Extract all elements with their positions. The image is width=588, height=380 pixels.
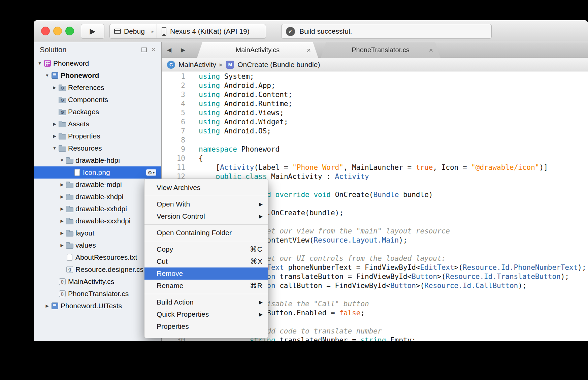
menu-item-view-archives[interactable]: View Archives — [144, 182, 268, 194]
disclosure-right-icon[interactable]: ▶ — [59, 231, 65, 235]
sidebar-item-values[interactable]: ▶values — [34, 239, 161, 251]
disclosure-right-icon[interactable]: ▶ — [59, 182, 65, 187]
code-text: using Android.App; — [191, 81, 275, 90]
sidebar-item-properties[interactable]: ▶Properties — [34, 130, 161, 142]
device-selector[interactable]: Nexus 4 (KitKat) (API 19) — [157, 24, 266, 38]
line-number: 7 — [162, 127, 191, 136]
minimize-window-button[interactable] — [53, 27, 62, 35]
menu-item-label: Copy — [157, 245, 173, 253]
sidebar-item-components[interactable]: Components — [34, 94, 161, 106]
close-tab-icon[interactable]: × — [307, 46, 311, 54]
submenu-arrow-icon: ▶ — [259, 214, 263, 219]
menu-item-open-with[interactable]: Open With▶ — [144, 198, 268, 210]
breadcrumb-method[interactable]: OnCreate (Bundle bundle) — [237, 61, 320, 69]
item-options-gear-button[interactable]: ⚙▾ — [146, 169, 156, 176]
menu-item-quick-properties[interactable]: Quick Properties▶ — [144, 308, 268, 320]
sidebar-item-label: Icon.png — [83, 168, 110, 177]
chevron-down-icon: ▾ — [153, 171, 155, 174]
sidebar-item-label: Phoneword — [61, 71, 99, 80]
menu-item-shortcut: ⌘C — [250, 245, 263, 253]
sidebar-item-icon-png[interactable]: Icon.png⚙▾ — [34, 166, 161, 179]
menu-item-copy[interactable]: Copy⌘C — [144, 243, 268, 255]
menu-item-remove[interactable]: Remove — [144, 267, 268, 280]
sidebar-item-phoneword-uitests[interactable]: ▶Phoneword.UITests — [34, 300, 161, 312]
disclosure-down-icon[interactable]: ▼ — [51, 146, 58, 151]
line-number: 3 — [162, 90, 191, 99]
menu-item-open-containing-folder[interactable]: Open Containing Folder — [144, 227, 268, 239]
sidebar-item-label: Resources — [68, 144, 102, 152]
file-icon — [74, 169, 80, 176]
zoom-window-button[interactable] — [65, 27, 74, 35]
sidebar-item-drawable-xxxhdpi[interactable]: ▶drawable-xxxhdpi — [34, 215, 161, 227]
run-button[interactable]: ▶ — [81, 24, 104, 39]
sidebar-item-references[interactable]: ▶References — [34, 82, 161, 94]
close-pad-icon[interactable]: ✕ — [151, 47, 156, 53]
item-icon — [65, 157, 74, 164]
disclosure-right-icon[interactable]: ▶ — [51, 134, 58, 138]
close-window-button[interactable] — [41, 27, 50, 35]
sidebar-item-phoneword[interactable]: ▼Phoneword — [34, 57, 161, 69]
folder-icon — [59, 134, 66, 139]
sidebar-item-mainactivity-cs[interactable]: MainActivity.cs — [34, 276, 161, 288]
status-text: Build successful. — [299, 27, 352, 35]
sidebar-item-phoneword[interactable]: ▼Phoneword — [34, 69, 161, 82]
disclosure-right-icon[interactable]: ▶ — [59, 207, 65, 211]
menu-item-cut[interactable]: Cut⌘X — [144, 255, 268, 267]
menu-item-version-control[interactable]: Version Control▶ — [144, 210, 268, 222]
code-line: 3using Android.Content; — [162, 90, 588, 99]
item-icon — [58, 278, 67, 285]
run-configuration-selector: Debug ▸ Nexus 4 (KitKat) (API 19) — [109, 24, 266, 39]
disclosure-right-icon[interactable]: ▶ — [51, 85, 58, 90]
code-line: 9namespace Phoneword — [162, 145, 588, 154]
sidebar-item-label: drawable-xxhdpi — [75, 205, 127, 213]
sidebar-item-drawable-xxhdpi[interactable]: ▶drawable-xxhdpi — [34, 203, 161, 215]
disclosure-right-icon[interactable]: ▶ — [44, 304, 51, 308]
code-line: 11 [Activity(Label = "Phone Word", MainL… — [162, 163, 588, 172]
tab-phonetranslator-cs[interactable]: PhoneTranslator.cs × — [321, 42, 440, 58]
sidebar-item-drawable-hdpi[interactable]: ▼drawable-hdpi — [34, 154, 161, 166]
submenu-arrow-icon: ▶ — [259, 299, 263, 305]
main-split: Solution ✕ ▼Phoneword▼Phoneword▶Referenc… — [34, 42, 588, 341]
code-text: namespace Phoneword — [191, 145, 280, 154]
sidebar-item-drawable-mdpi[interactable]: ▶drawable-mdpi — [34, 179, 161, 191]
solution-pad-header: Solution ✕ — [34, 42, 161, 57]
disclosure-right-icon[interactable]: ▶ — [59, 219, 65, 223]
file-icon — [67, 254, 72, 261]
sidebar-item-drawable-xhdpi[interactable]: ▶drawable-xhdpi — [34, 191, 161, 203]
sidebar-item-label: Packages — [68, 108, 99, 116]
disclosure-right-icon[interactable]: ▶ — [59, 243, 65, 248]
menu-item-properties[interactable]: Properties — [144, 320, 268, 332]
tab-label: PhoneTranslator.cs — [352, 46, 410, 54]
sidebar-item-aboutresources-txt[interactable]: AboutResources.txt — [34, 251, 161, 263]
breadcrumb-class[interactable]: MainActivity — [178, 61, 216, 69]
close-tab-icon[interactable]: × — [429, 46, 433, 54]
build-configuration-selector[interactable]: Debug ▸ — [110, 24, 157, 38]
menu-item-rename[interactable]: Rename⌘R — [144, 280, 268, 292]
disclosure-down-icon[interactable]: ▼ — [44, 73, 51, 78]
sidebar-item-assets[interactable]: ▶Assets — [34, 118, 161, 130]
sidebar-item-resources[interactable]: ▼Resources — [34, 142, 161, 154]
sidebar-item-layout[interactable]: ▶layout — [34, 227, 161, 239]
item-icon — [51, 72, 59, 79]
code-line: 8 — [162, 136, 588, 145]
submenu-arrow-icon: ▶ — [259, 312, 263, 317]
tab-bar: ◀ ▶ MainActivity.cs × PhoneTranslator.cs… — [162, 42, 588, 58]
menu-item-build-action[interactable]: Build Action▶ — [144, 296, 268, 308]
dock-pad-icon[interactable] — [141, 48, 147, 52]
nav-back-icon[interactable]: ◀ — [167, 46, 171, 54]
tab-mainactivity-cs[interactable]: MainActivity.cs × — [197, 42, 318, 58]
sidebar-item-resource-designer-cs[interactable]: Resource.designer.cs — [34, 263, 161, 276]
line-number: 9 — [162, 145, 191, 154]
nav-forward-icon[interactable]: ▶ — [181, 46, 185, 54]
sidebar-item-label: Components — [68, 96, 108, 104]
sidebar-item-phonetranslator-cs[interactable]: PhoneTranslator.cs — [34, 288, 161, 300]
disclosure-down-icon[interactable]: ▼ — [36, 61, 43, 66]
sidebar-item-packages[interactable]: Packages — [34, 106, 161, 118]
item-icon — [58, 109, 67, 115]
line-number: 10 — [162, 154, 191, 163]
menu-item-label: Open With — [157, 200, 190, 208]
disclosure-right-icon[interactable]: ▶ — [59, 194, 65, 199]
traffic-lights — [41, 27, 74, 35]
disclosure-right-icon[interactable]: ▶ — [51, 122, 58, 126]
disclosure-down-icon[interactable]: ▼ — [59, 158, 65, 163]
